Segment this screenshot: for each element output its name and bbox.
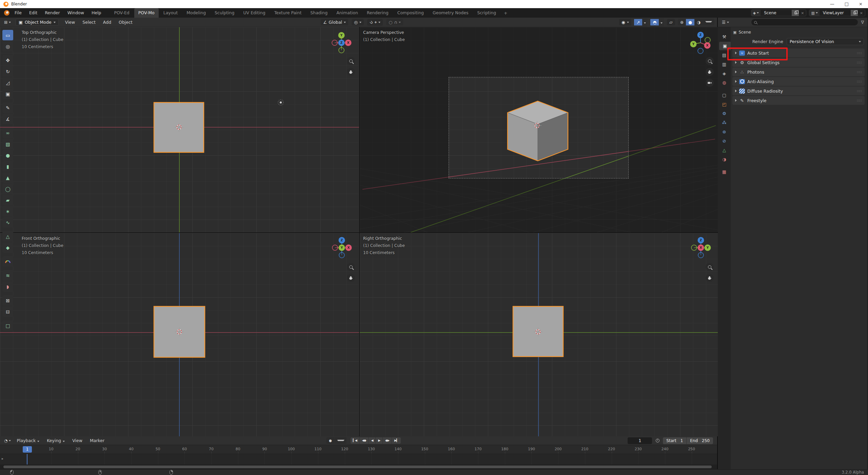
tool-add-spring[interactable]: ≋ [2,270,13,281]
tab-constraints-properties[interactable]: ⊘ [719,137,729,145]
gizmos-toggle[interactable]: ↗ [634,18,648,26]
frame-start-field[interactable]: Start 1 [663,437,686,444]
frame-end-field[interactable]: End 250 [687,437,713,444]
scrollbar-thumb[interactable] [3,466,712,468]
tool-scale[interactable]: ◿ [2,77,13,88]
timeline-ruler[interactable]: 1020304050607080901001101201301401501601… [0,445,717,454]
tool-add-prism[interactable]: ▰ [2,195,13,205]
camera-view-button[interactable] [706,79,714,87]
menu-render[interactable]: Render [41,8,64,18]
camera-frame[interactable] [449,77,629,178]
drag-handle-icon[interactable]: ∷∷ [857,89,862,93]
panel-global-settings[interactable]: ⚙Global Settings∷∷ [732,58,865,67]
unlink-scene-button[interactable]: × [799,11,806,15]
pan-button[interactable] [706,68,714,76]
tab-render-properties[interactable]: ▣ [719,42,731,50]
tool-add-torus[interactable]: ◯ [2,184,13,194]
tool-add-infinite-plane[interactable]: ∞ [2,128,13,138]
tab-world-properties[interactable]: ◍ [719,78,729,87]
pan-button[interactable] [706,274,714,282]
tab-tool-properties[interactable]: ⚒ [719,33,729,41]
zoom-button[interactable] [706,57,714,65]
record-button[interactable]: ● [326,437,335,444]
mode-dropdown[interactable]: ▣ Object Mode [16,19,59,26]
viewlayer-browse-button[interactable]: ▥ [809,10,819,16]
tool-measure[interactable]: ∡ [2,114,13,124]
tab-modifiers-properties[interactable]: ⚙ [719,109,729,118]
workspace-tab-compositing[interactable]: Compositing [393,8,428,18]
menu-help[interactable]: Help [88,8,105,18]
workspace-tab-sculpting[interactable]: Sculpting [211,8,238,18]
tool-add-rainbow[interactable] [2,256,13,267]
viewport-menu-select[interactable]: Select [79,18,99,27]
menu-file[interactable]: File [11,8,25,18]
viewport-menu-object[interactable]: Object [115,18,136,27]
tool-add-heightfield[interactable]: △ [2,231,13,242]
tool-cursor[interactable]: ◎ [2,41,13,52]
tab-scene-properties[interactable]: ◈ [719,69,729,78]
next-keyframe-button[interactable]: ◆▶ [383,437,392,444]
blender-menu-icon[interactable] [4,10,9,16]
playhead-line[interactable] [27,454,27,464]
new-scene-button[interactable] [792,10,799,16]
remove-viewlayer-button[interactable]: × [858,11,865,15]
viewlayer-selector[interactable]: ▥ ViewLayer × [809,10,865,16]
new-viewlayer-button[interactable] [851,10,858,16]
tool-add-sphere[interactable]: ● [2,150,13,160]
pivot-dropdown[interactable]: ◎ [352,19,364,25]
scene-browse-button[interactable]: ◈ [751,10,761,16]
zoom-button[interactable] [706,263,714,271]
workspace-tab-uv-editing[interactable]: UV Editing [239,8,269,18]
menu-window[interactable]: Window [64,8,88,18]
minimize-button[interactable]: — [830,0,834,8]
workspace-tab-pov-mo[interactable]: POV-Mo [134,8,159,18]
previous-keyframe-button[interactable]: ◀◆ [360,437,369,444]
workspace-tab-rendering[interactable]: Rendering [363,8,393,18]
orientation-dropdown[interactable]: ∠ Global [321,19,348,25]
drag-handle-icon[interactable]: ∷∷ [857,80,862,83]
viewport-camera[interactable]: Camera Perspective (1) Collection | Cube… [360,27,718,232]
tool-add-blob[interactable]: ∗ [2,206,13,216]
panel-diffuse-radiosity[interactable]: Diffuse Radiosity∷∷ [732,87,865,95]
tool-add-sweep[interactable]: ∿ [2,217,13,228]
workspace-tab-texture-paint[interactable]: Texture Paint [270,8,306,18]
xray-toggle[interactable]: ▱ [667,19,675,25]
jump-to-end-button[interactable]: ▶▎ [392,437,401,444]
keying-set-dropdown[interactable] [335,437,347,444]
viewport-menu-view[interactable]: View [61,18,79,27]
properties-search-input[interactable] [751,19,858,25]
timeline-menu-view[interactable]: View [68,436,86,445]
workspace-tab-shading[interactable]: Shading [306,8,332,18]
viewlayer-name[interactable]: ViewLayer [820,11,851,15]
overlays-dropdown[interactable] [659,18,664,26]
pan-button[interactable] [347,274,355,282]
pan-button[interactable] [347,68,355,76]
tool-add-mesh-cube[interactable]: □ [2,320,13,331]
maximize-button[interactable]: □ [845,0,849,8]
tool-add-isosurface-box[interactable]: ⊠ [2,295,13,306]
viewport-menu-add[interactable]: Add [99,18,115,27]
tab-physics-properties[interactable]: ⊚ [719,128,729,136]
timeline-scrollbar[interactable] [0,464,717,469]
proportional-edit-controls[interactable]: ○ ∩ [386,19,403,25]
playhead-badge[interactable]: 1 [23,446,32,453]
tab-object-data-properties[interactable]: △ [719,146,729,154]
timeline-menu-keying[interactable]: Keying [43,436,68,445]
tab-texture-properties[interactable]: ▦ [719,168,729,176]
tool-add-box[interactable]: ▧ [2,139,13,149]
shading-wireframe-button[interactable]: ⊕ [678,19,686,25]
tool-transform[interactable]: ▣ [2,89,13,99]
tab-view-layer-properties[interactable]: ▥ [719,60,729,69]
workspace-tab-modeling[interactable]: Modeling [182,8,210,18]
tab-particles-properties[interactable]: ⁂ [719,118,729,127]
viewport-right[interactable]: Right Orthographic (1) Collection | Cube… [360,233,718,436]
timeline-menu-playback[interactable]: Playback [13,436,43,445]
tab-output-properties[interactable]: ▤ [719,51,729,59]
panel-photons[interactable]: ∴Photons∷∷ [732,68,865,76]
jump-to-start-button[interactable]: ▎◀ [351,437,359,444]
tool-select-box[interactable]: ▭ [2,30,13,40]
tool-rotate[interactable]: ↻ [2,66,13,77]
viewport-top[interactable]: Top Orthographic (1) Collection | Cube 1… [0,27,359,232]
panel-freestyle[interactable]: ✎Freestyle∷∷ [732,96,865,105]
timeline-menu-marker[interactable]: Marker [86,436,108,445]
